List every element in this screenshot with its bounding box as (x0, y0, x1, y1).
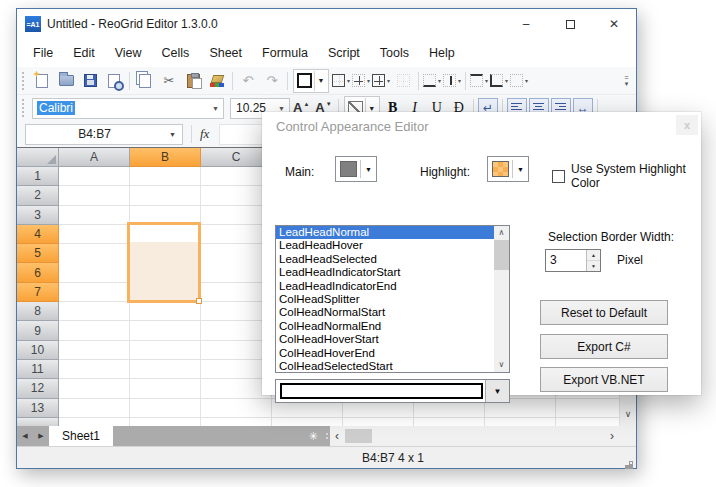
list-item[interactable]: ColHeadSplitter (276, 293, 494, 306)
select-all-corner[interactable] (17, 148, 59, 167)
export-vbnet-button[interactable]: Export VB.NET (540, 367, 668, 392)
column-header-a[interactable]: A (59, 148, 130, 167)
row-header-10[interactable]: 10 (17, 341, 59, 360)
resize-grip[interactable] (630, 462, 632, 464)
use-system-highlight-checkbox[interactable]: Use System Highlight Color (552, 162, 701, 190)
list-item[interactable]: ColHeadHoverEnd (276, 347, 494, 360)
redo-button[interactable]: ↷ (260, 69, 284, 93)
row-header-3[interactable]: 3 (17, 206, 59, 225)
horizontal-scroll-thumb[interactable] (345, 429, 372, 443)
row-header-5[interactable]: 5 (17, 244, 59, 263)
list-item[interactable]: LeadHeadIndicatorEnd (276, 280, 494, 293)
border-none-button[interactable] (391, 69, 415, 93)
font-name-combo[interactable]: Calibri ▼ (32, 98, 224, 119)
border-top-button[interactable]: ▾ (469, 74, 489, 87)
toolbar-grip[interactable] (22, 99, 27, 117)
reset-to-default-button[interactable]: Reset to Default (540, 300, 668, 325)
menu-view[interactable]: View (105, 42, 152, 64)
list-scrollbar[interactable]: ∧ ∨ (494, 226, 509, 372)
row-header-7[interactable]: 7 (17, 283, 59, 302)
row-header-partial[interactable] (17, 418, 59, 426)
highlight-color-dropdown[interactable]: ▼ (487, 156, 529, 182)
menu-formula[interactable]: Formula (252, 42, 318, 64)
border-style-picker[interactable]: ▼ (293, 69, 329, 93)
menu-sheet[interactable]: Sheet (199, 42, 252, 64)
checkbox-box-icon[interactable] (552, 170, 565, 183)
add-sheet-button[interactable]: ✳ (303, 426, 323, 446)
horizontal-scrollbar[interactable]: ‹ › (330, 426, 619, 446)
toolbar-overflow-button[interactable]: =▾ (621, 75, 634, 87)
border-left-button[interactable]: ▾ (489, 74, 509, 87)
title-bar[interactable]: =A1 Untitled - ReoGrid Editor 1.3.0.0 – … (17, 9, 636, 39)
next-sheet-button[interactable]: ▶ (33, 426, 49, 446)
name-box[interactable]: B4:B7 ▼ (25, 124, 183, 145)
scroll-down-icon[interactable]: ∨ (620, 409, 636, 424)
border-width-spinner[interactable]: 3 ▲ ▼ (545, 249, 601, 272)
minimize-button[interactable]: – (504, 9, 548, 39)
new-document-button[interactable] (30, 69, 54, 93)
menu-help[interactable]: Help (419, 42, 465, 64)
current-color-dropdown[interactable]: ▼ (275, 379, 510, 403)
scroll-left-icon[interactable]: ‹ (330, 427, 344, 445)
row-header-6[interactable]: 6 (17, 263, 59, 282)
dropdown-arrow-icon[interactable]: ▼ (208, 105, 223, 112)
open-file-button[interactable] (54, 69, 78, 93)
undo-button[interactable]: ↶ (236, 69, 260, 93)
prev-sheet-button[interactable]: ◀ (17, 426, 33, 446)
row-header-11[interactable]: 11 (17, 360, 59, 379)
paste-button[interactable] (181, 69, 205, 93)
toolbar-grip[interactable] (22, 72, 27, 90)
list-item[interactable]: LeadHeadIndicatorStart (276, 266, 494, 279)
scroll-down-icon[interactable]: ∨ (494, 358, 509, 372)
spin-down-button[interactable]: ▼ (587, 261, 600, 271)
close-button[interactable]: ✕ (592, 9, 636, 39)
maximize-button[interactable] (548, 9, 592, 39)
row-header-9[interactable]: 9 (17, 321, 59, 340)
dropdown-arrow-icon[interactable]: ▼ (513, 166, 528, 173)
list-item[interactable]: LeadHeadHover (276, 239, 494, 252)
tab-splitter-handle[interactable] (323, 426, 330, 446)
list-item[interactable]: ColHeadSelectedStart (276, 360, 494, 373)
list-item[interactable]: ColHeadHoverStart (276, 333, 494, 346)
dropdown-arrow-icon[interactable]: ▼ (163, 131, 182, 138)
list-item[interactable]: ColHeadNormalStart (276, 306, 494, 319)
scroll-right-icon[interactable]: › (605, 427, 619, 445)
column-header-b[interactable]: B (130, 148, 201, 167)
copy-button[interactable] (133, 69, 157, 93)
spin-up-button[interactable]: ▲ (587, 250, 600, 261)
border-all-button[interactable]: ▾ (371, 74, 391, 87)
save-button[interactable] (78, 69, 102, 93)
row-header-13[interactable]: 13 (17, 399, 59, 418)
list-scroll-thumb[interactable] (494, 240, 509, 270)
cut-button[interactable]: ✂ (157, 69, 181, 93)
dropdown-arrow-icon[interactable]: ▼ (274, 105, 289, 112)
dialog-close-button[interactable]: x (676, 115, 698, 135)
fill-handle[interactable] (196, 298, 202, 304)
border-outline-button[interactable]: ▾ (331, 74, 351, 87)
border-inside-button[interactable]: ▾ (351, 74, 371, 87)
row-header-1[interactable]: 1 (17, 167, 59, 186)
list-item[interactable]: ColHeadNormalEnd (276, 320, 494, 333)
list-item[interactable]: LeadHeadSelected (276, 253, 494, 266)
dropdown-arrow-icon[interactable]: ▼ (314, 71, 327, 91)
scroll-up-icon[interactable]: ∧ (494, 226, 509, 240)
dropdown-arrow-icon[interactable]: ▼ (361, 166, 376, 173)
row-header-8[interactable]: 8 (17, 302, 59, 321)
export-csharp-button[interactable]: Export C# (540, 334, 668, 359)
format-painter-button[interactable] (205, 69, 229, 93)
menu-script[interactable]: Script (318, 42, 370, 64)
appearance-items-listbox[interactable]: LeadHeadNormal LeadHeadHover LeadHeadSel… (275, 225, 510, 373)
border-vertical-button[interactable]: ▾ (442, 74, 462, 87)
menu-cells[interactable]: Cells (152, 42, 200, 64)
dialog-title-bar[interactable]: Control Appearance Editor (262, 112, 701, 140)
list-item-selected[interactable]: LeadHeadNormal (276, 226, 494, 239)
border-width-value[interactable]: 3 (546, 250, 586, 271)
main-color-dropdown[interactable]: ▼ (335, 156, 377, 182)
color-dropdown-button[interactable]: ▼ (485, 380, 509, 402)
row-header-12[interactable]: 12 (17, 379, 59, 398)
row-header-4[interactable]: 4 (17, 225, 59, 244)
border-clear-button[interactable]: ▾ (509, 74, 529, 87)
border-bottom-button[interactable]: ▾ (422, 74, 442, 87)
menu-edit[interactable]: Edit (63, 42, 105, 64)
menu-file[interactable]: File (23, 42, 63, 64)
